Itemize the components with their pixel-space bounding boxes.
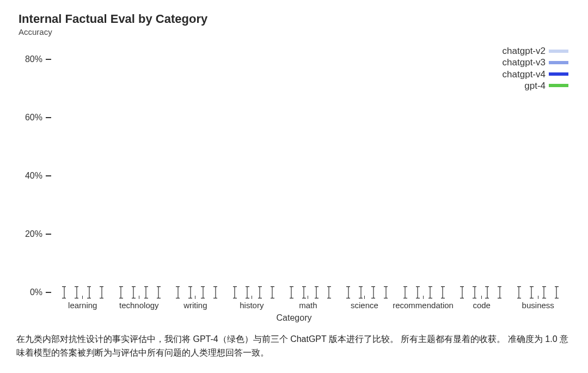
error-bar xyxy=(531,286,532,298)
error-bar xyxy=(260,286,260,298)
error-bar xyxy=(430,286,431,298)
x-tick-label: math xyxy=(299,301,317,310)
y-tick: 0% xyxy=(16,288,51,297)
x-tick-label: code xyxy=(473,301,491,310)
legend: chatgpt-v2chatgpt-v3chatgpt-v4gpt-4 xyxy=(503,45,568,91)
x-tick-mark xyxy=(538,296,538,299)
x-tick-label: writing xyxy=(183,301,207,310)
legend-swatch xyxy=(549,72,568,76)
error-bar xyxy=(235,286,235,298)
error-bar xyxy=(373,286,373,298)
legend-swatch xyxy=(549,61,568,64)
x-tick-mark xyxy=(82,296,83,299)
error-bar xyxy=(544,286,544,298)
x-tick-mark xyxy=(423,296,424,299)
legend-swatch xyxy=(549,84,568,87)
error-bar xyxy=(101,286,102,298)
legend-label: chatgpt-v3 xyxy=(503,57,546,68)
error-bar xyxy=(385,286,386,298)
error-bar xyxy=(89,286,89,298)
error-bar xyxy=(215,286,216,298)
y-tick-label: 40% xyxy=(25,171,42,181)
chart-caption: 在九类内部对抗性设计的事实评估中，我们将 GPT-4（绿色）与前三个 ChatG… xyxy=(16,333,572,360)
y-tick-label: 0% xyxy=(30,288,42,297)
y-axis: 0%20%40%60%80% xyxy=(16,42,51,292)
error-bar xyxy=(177,286,178,298)
legend-label: gpt-4 xyxy=(524,80,546,91)
error-bar xyxy=(499,286,500,298)
x-axis-labels: learningtechnologywritinghistorymathscie… xyxy=(51,292,569,310)
bar-groups xyxy=(51,42,569,292)
error-bar xyxy=(203,286,203,298)
error-bar xyxy=(519,286,519,298)
error-bar xyxy=(443,286,443,298)
y-tick: 80% xyxy=(16,54,51,64)
x-tick-label: business xyxy=(522,301,554,310)
error-bar xyxy=(487,286,487,298)
error-bar xyxy=(190,286,191,298)
plot-area: 0%20%40%60%80% xyxy=(51,42,569,292)
y-tick-mark xyxy=(46,59,51,60)
y-tick-mark xyxy=(46,175,51,176)
error-bar xyxy=(247,286,248,298)
chart-title: Internal Factual Eval by Category xyxy=(19,12,572,26)
y-tick: 20% xyxy=(16,229,51,239)
error-bar xyxy=(329,286,329,298)
error-bar xyxy=(146,286,146,298)
error-bar xyxy=(291,286,292,298)
y-tick: 60% xyxy=(16,113,51,123)
error-bar xyxy=(121,286,121,298)
error-bar xyxy=(462,286,462,298)
error-bar xyxy=(360,286,361,298)
error-bar xyxy=(133,286,134,298)
legend-item-gpt-4: gpt-4 xyxy=(503,80,568,91)
legend-item-chatgpt-v4: chatgpt-v4 xyxy=(503,69,568,80)
y-tick: 40% xyxy=(16,171,51,181)
x-tick-label: technology xyxy=(119,301,159,310)
legend-label: chatgpt-v4 xyxy=(503,69,546,80)
error-bar xyxy=(348,286,348,298)
x-tick-mark xyxy=(252,296,252,299)
x-tick-mark xyxy=(195,296,195,299)
error-bar xyxy=(405,286,406,298)
error-bar xyxy=(64,286,64,298)
y-tick-mark xyxy=(46,292,51,293)
legend-item-chatgpt-v3: chatgpt-v3 xyxy=(503,57,568,68)
x-axis-title: Category xyxy=(16,313,572,323)
x-tick-mark xyxy=(364,296,365,299)
error-bar xyxy=(272,286,273,298)
x-tick-mark xyxy=(481,296,482,299)
legend-swatch xyxy=(549,50,568,53)
y-tick-mark xyxy=(46,117,51,118)
error-bar xyxy=(76,286,77,298)
x-tick-mark xyxy=(139,296,139,299)
y-tick-label: 80% xyxy=(25,54,42,64)
error-bar xyxy=(418,286,418,298)
chart-area: chatgpt-v2chatgpt-v3chatgpt-v4gpt-4 0%20… xyxy=(16,42,572,323)
legend-label: chatgpt-v2 xyxy=(503,45,546,57)
x-tick-label: history xyxy=(240,301,264,310)
y-tick-label: 20% xyxy=(25,229,42,239)
x-tick-label: learning xyxy=(68,301,97,310)
legend-item-chatgpt-v2: chatgpt-v2 xyxy=(503,45,568,57)
error-bar xyxy=(316,286,317,298)
x-tick-label: science xyxy=(351,301,378,310)
error-bar xyxy=(556,286,557,298)
error-bar xyxy=(304,286,304,298)
x-tick-label: recommendation xyxy=(393,301,454,310)
y-tick-label: 60% xyxy=(25,113,42,123)
error-bar xyxy=(158,286,159,298)
y-tick-mark xyxy=(46,234,51,235)
y-axis-label: Accuracy xyxy=(19,27,572,36)
x-tick-mark xyxy=(308,296,308,299)
error-bar xyxy=(474,286,475,298)
